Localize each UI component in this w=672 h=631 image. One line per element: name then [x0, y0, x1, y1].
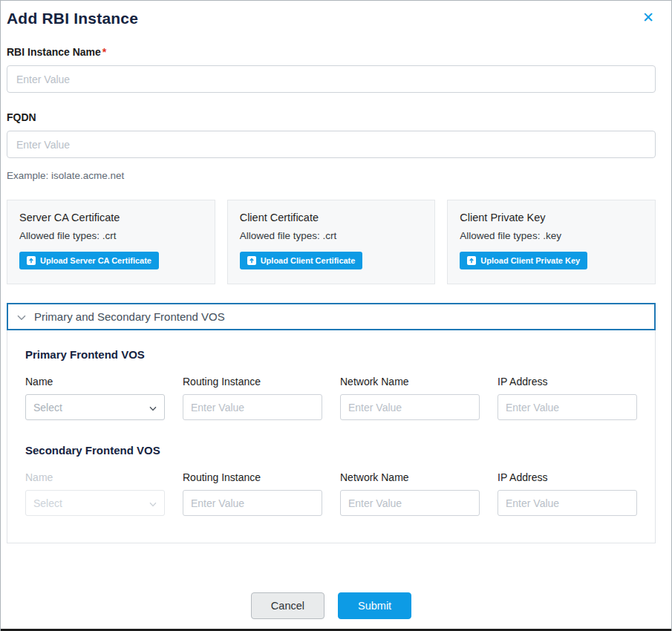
chevron-down-icon [17, 311, 26, 323]
primary-name-label: Name [25, 376, 165, 388]
primary-network-name-label: Network Name [340, 376, 480, 388]
primary-routing-instance-input[interactable] [183, 394, 322, 420]
file-upload-icon [467, 256, 476, 265]
page-title: Add RBI Instance [7, 10, 138, 27]
secondary-network-name-label: Network Name [340, 471, 480, 483]
fqdn-label-text: FQDN [7, 111, 36, 123]
upload-client-certificate-button[interactable]: Upload Client Certificate [240, 252, 363, 269]
secondary-name-field: Name Select [25, 471, 165, 516]
frontend-vos-section: Primary and Secondary Frontend VOS Prima… [7, 303, 656, 543]
submit-button[interactable]: Submit [338, 592, 411, 619]
primary-name-field: Name Select [25, 376, 165, 420]
upload-button-label: Upload Client Certificate [261, 256, 356, 265]
primary-ip-address-label: IP Address [498, 376, 637, 388]
primary-routing-instance-field: Routing Instance [183, 376, 322, 420]
select-value: Select [33, 497, 62, 509]
allowed-file-types: Allowed file types: .crt [19, 230, 203, 241]
chevron-down-icon [149, 402, 157, 413]
upload-server-ca-certificate-button[interactable]: Upload Server CA Certificate [19, 252, 159, 269]
section-title: Primary and Secondary Frontend VOS [34, 310, 225, 323]
dialog-footer: Cancel Submit [7, 592, 656, 619]
fqdn-input[interactable] [7, 131, 656, 158]
required-asterisk: * [102, 46, 106, 58]
secondary-network-name-field: Network Name [340, 471, 480, 516]
rbi-instance-name-label-text: RBI Instance Name [7, 46, 101, 58]
certificate-cards-row: Server CA Certificate Allowed file types… [7, 200, 656, 284]
primary-ip-address-field: IP Address [498, 376, 637, 420]
secondary-name-label: Name [25, 471, 165, 483]
rbi-instance-name-label: RBI Instance Name* [7, 46, 656, 58]
upload-button-label: Upload Client Private Key [480, 256, 580, 265]
upload-button-label: Upload Server CA Certificate [40, 256, 151, 265]
card-title: Server CA Certificate [19, 212, 203, 223]
allowed-file-types: Allowed file types: .crt [240, 230, 423, 241]
dialog-header: Add RBI Instance ✕ [7, 10, 656, 27]
secondary-ip-address-field: IP Address [498, 471, 637, 516]
file-upload-icon [27, 256, 36, 265]
cancel-button[interactable]: Cancel [251, 592, 324, 619]
primary-network-name-field: Network Name [340, 376, 480, 420]
secondary-frontend-vos-heading: Secondary Frontend VOS [25, 444, 637, 457]
primary-frontend-vos-fields: Name Select Routing Instance Net [25, 376, 637, 420]
server-ca-certificate-card: Server CA Certificate Allowed file types… [7, 200, 215, 284]
primary-frontend-vos-heading: Primary Frontend VOS [25, 348, 637, 361]
client-private-key-card: Client Private Key Allowed file types: .… [447, 200, 656, 284]
secondary-routing-instance-input[interactable] [183, 490, 322, 516]
allowed-file-types: Allowed file types: .key [460, 230, 643, 241]
card-title: Client Certificate [240, 212, 423, 223]
rbi-instance-name-input[interactable] [7, 65, 656, 93]
frontend-vos-section-body: Primary Frontend VOS Name Select Routing… [7, 330, 656, 543]
primary-name-select[interactable]: Select [25, 394, 165, 420]
close-icon[interactable]: ✕ [641, 10, 656, 26]
chevron-down-icon [149, 497, 157, 509]
primary-routing-instance-label: Routing Instance [183, 376, 322, 388]
client-certificate-card: Client Certificate Allowed file types: .… [227, 200, 436, 284]
secondary-frontend-vos-fields: Name Select Routing Instance Net [25, 471, 637, 516]
card-title: Client Private Key [460, 212, 643, 223]
add-rbi-instance-dialog: Add RBI Instance ✕ RBI Instance Name* FQ… [0, 0, 672, 631]
secondary-routing-instance-label: Routing Instance [183, 471, 322, 483]
frontend-vos-section-header[interactable]: Primary and Secondary Frontend VOS [7, 303, 656, 330]
secondary-name-select: Select [25, 490, 165, 516]
file-upload-icon [247, 256, 256, 265]
secondary-routing-instance-field: Routing Instance [183, 471, 322, 516]
select-value: Select [33, 402, 62, 413]
primary-network-name-input[interactable] [340, 394, 480, 420]
secondary-network-name-input[interactable] [340, 490, 480, 516]
secondary-ip-address-label: IP Address [498, 471, 637, 483]
fqdn-example-hint: Example: isolate.acme.net [7, 170, 656, 181]
upload-client-private-key-button[interactable]: Upload Client Private Key [460, 252, 587, 269]
primary-ip-address-input[interactable] [498, 394, 637, 420]
fqdn-label: FQDN [7, 111, 656, 123]
secondary-ip-address-input[interactable] [498, 490, 637, 516]
